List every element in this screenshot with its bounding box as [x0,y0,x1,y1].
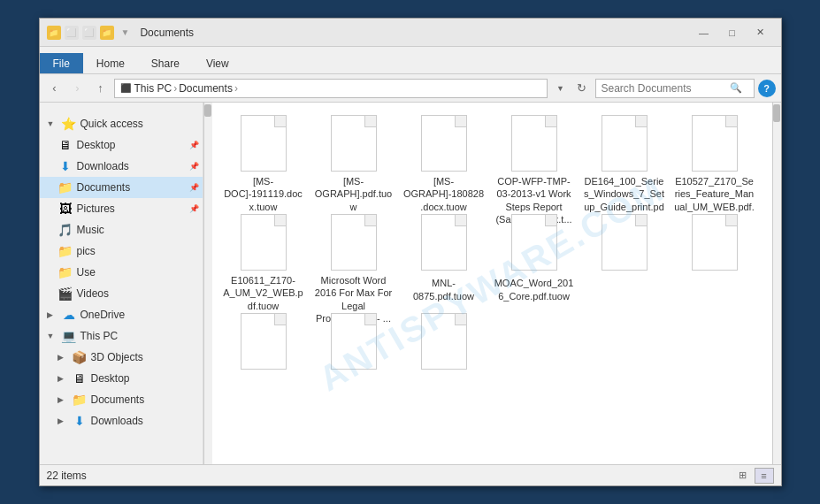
file-item[interactable]: [MS-OGRAPH]-180828.docx.tuow [400,110,488,207]
tab-file[interactable]: File [40,53,83,73]
file-item[interactable] [580,209,669,306]
search-icon[interactable]: 🔍 [730,82,742,94]
file-name: E10611_Z170-A_UM_V2_WEB.pdf.tuow [223,274,304,312]
sidebar-item-videos[interactable]: 🎬 Videos [40,283,203,304]
sidebar-quickaccess-header[interactable]: ▼ ⭐ Quick access [40,113,203,134]
sidebar-thispc[interactable]: ▼ 💻 This PC [40,325,203,347]
tab-view[interactable]: View [193,53,242,73]
tab-share[interactable]: Share [138,53,193,73]
file-item[interactable] [310,308,398,405]
sidebar-item-downloads[interactable]: ⬇ Downloads 📌 [40,156,203,177]
file-item[interactable]: E10527_Z170_Series_Feature_Manual_UM_WEB… [671,110,759,207]
main-window: 📁 ⬜ ⬜ 📁 ▼ Documents — □ ✕ File Home Shar… [39,18,782,486]
ribbon: File Home Share View [40,47,781,74]
3dobjects-icon: 📦 [72,350,88,364]
file-item[interactable]: MNL-0875.pdf.tuow [400,209,488,306]
file-page [692,115,738,172]
app-icon: 📁 [47,26,61,40]
sidebar-item-use[interactable]: 📁 Use [40,262,203,283]
sidebar-thispc-documents[interactable]: ▶ 📁 Documents [40,389,203,410]
sidebar: ▼ ⭐ Quick access 🖥 Desktop 📌 ⬇ Downloads… [40,103,203,464]
file-item[interactable]: DE164_100_Series_Windows_7_Setup_Guide_p… [580,110,669,207]
sidebar-item-documents[interactable]: 📁 Documents 📌 [40,177,203,198]
list-view-button[interactable]: ≡ [755,468,774,484]
refresh-button[interactable]: ↻ [572,79,592,98]
close-button[interactable]: ✕ [747,24,774,42]
sidebar-pics-label: pics [77,245,203,257]
file-scrollbar[interactable] [772,103,781,464]
file-page [241,115,287,172]
breadcrumb-thispc[interactable]: This PC [134,82,172,95]
chevron-thispc-desktop: ▶ [57,374,68,383]
file-item[interactable]: [MS-OGRAPH].pdf.tuow [310,110,398,207]
file-icon [508,214,561,273]
main-content: ▼ ⭐ Quick access 🖥 Desktop 📌 ⬇ Downloads… [40,103,781,464]
sidebar-item-desktop[interactable]: 🖥 Desktop 📌 [40,134,203,156]
file-item[interactable]: E10611_Z170-A_UM_V2_WEB.pdf.tuow [219,209,308,306]
up-button[interactable]: ↑ [91,79,111,98]
thispc-downloads-icon: ⬇ [72,414,88,428]
file-item[interactable]: Microsoft Word 2016 For Max For Legal Pr… [310,209,398,306]
breadcrumb-documents[interactable]: Documents [179,82,233,95]
sidebar-scrollbar[interactable] [203,103,212,464]
breadcrumb-arrow: ⬛ [120,83,131,93]
help-button[interactable]: ? [758,80,776,97]
sidebar-downloads-label: Downloads [77,160,186,172]
pin-icon-desktop: 📌 [189,141,199,149]
sidebar-quickaccess-label: Quick access [80,118,203,130]
file-item[interactable] [219,308,308,405]
file-page [602,214,648,271]
forward-button[interactable]: › [68,79,88,98]
file-page [602,115,648,172]
music-icon: 🎵 [57,223,73,237]
status-bar: 22 items ⊞ ≡ [40,464,781,485]
sidebar-thispc-desktop[interactable]: ▶ 🖥 Desktop [40,368,203,389]
file-item[interactable] [400,308,488,405]
title-bar: 📁 ⬜ ⬜ 📁 ▼ Documents — □ ✕ [40,19,781,47]
quick-access-2: ⬜ [82,26,96,40]
sidebar-thispc-label: This PC [80,330,203,342]
quick-access-folder: 📁 [100,26,114,40]
sidebar-item-music[interactable]: 🎵 Music [40,219,203,241]
sidebar-item-pictures[interactable]: 🖼 Pictures 📌 [40,198,203,219]
chevron-thispc-downloads: ▶ [57,416,68,425]
quick-access-1: ⬜ [65,26,79,40]
sidebar-item-pics[interactable]: 📁 pics [40,241,203,262]
maximize-button[interactable]: □ [719,24,746,42]
sidebar-3dobjects-label: 3D Objects [91,351,203,363]
pin-icon-pictures: 📌 [189,204,199,213]
sidebar-onedrive-label: OneDrive [80,309,203,321]
desktop-icon: 🖥 [57,138,73,152]
tab-home[interactable]: Home [83,53,138,73]
thispc-desktop-icon: 🖥 [72,371,88,386]
search-input[interactable] [602,82,730,95]
search-box[interactable]: 🔍 [595,79,755,98]
address-path[interactable]: ⬛ This PC › Documents › [114,79,548,98]
back-button[interactable]: ‹ [45,79,65,98]
expand-path-button[interactable]: ▼ [551,79,571,98]
file-name: [MS-OGRAPH]-180828.docx.tuow [403,175,485,213]
file-item[interactable]: COP-WFP-TMP-03-2013-v1 Work Steps Report… [490,110,579,207]
chevron-onedrive: ▶ [47,310,57,319]
grid-view-button[interactable]: ⊞ [733,468,753,484]
path-separator-2: › [234,82,238,95]
window-controls: — □ ✕ [691,24,774,42]
file-page [421,313,467,370]
title-bar-icons: 📁 ⬜ ⬜ 📁 ▼ [47,26,134,40]
sidebar-onedrive[interactable]: ▶ ☁ OneDrive [40,304,203,325]
view-icons: ⊞ ≡ [733,468,774,484]
sidebar-pictures-label: Pictures [77,202,186,215]
pics-folder-icon: 📁 [57,244,73,258]
file-item[interactable]: [MS-DOC]-191119.docx.tuow [219,110,308,207]
pin-icon-documents: 📌 [189,183,199,192]
address-bar: ‹ › ↑ ⬛ This PC › Documents › ▼ ↻ 🔍 ? [40,74,781,103]
file-item[interactable] [671,209,759,306]
minimize-button[interactable]: — [691,24,717,42]
sidebar-3dobjects[interactable]: ▶ 📦 3D Objects [40,347,203,368]
file-item[interactable]: MOAC_Word_2016_Core.pdf.tuow [490,209,579,306]
videos-icon: 🎬 [57,286,73,301]
sidebar-thispc-downloads[interactable]: ▶ ⬇ Downloads [40,410,203,431]
file-page [511,115,557,172]
file-name: MOAC_Word_2016_Core.pdf.tuow [494,277,575,302]
file-icon [418,313,471,377]
